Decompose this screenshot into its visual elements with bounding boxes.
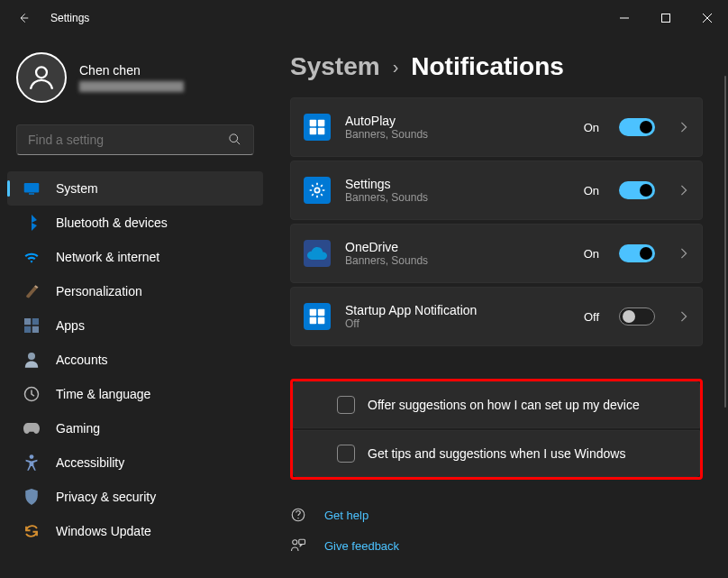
svg-point-22 (297, 518, 298, 518)
sidebar-item-gaming[interactable]: Gaming (7, 411, 263, 445)
app-title: Settings (345, 177, 569, 191)
chevron-right-icon[interactable] (680, 311, 687, 322)
svg-rect-24 (299, 539, 305, 544)
sidebar-item-bluetooth-devices[interactable]: Bluetooth & devices (7, 206, 263, 240)
svg-rect-14 (310, 128, 317, 135)
svg-point-1 (36, 67, 47, 78)
chevron-right-icon: › (393, 57, 399, 78)
app-subtitle: Banners, Sounds (345, 254, 569, 267)
sidebar-item-accessibility[interactable]: Accessibility (7, 445, 263, 480)
sidebar-item-label: Accessibility (56, 455, 124, 470)
app-icon (304, 177, 331, 204)
back-button[interactable] (16, 11, 31, 25)
nav-icon (23, 523, 40, 539)
svg-point-9 (28, 353, 35, 360)
nav-icon (23, 180, 40, 197)
svg-rect-8 (32, 326, 39, 333)
checkbox[interactable] (337, 445, 355, 463)
svg-rect-17 (310, 309, 317, 317)
sidebar-item-label: Gaming (56, 421, 100, 436)
svg-rect-0 (662, 14, 670, 23)
svg-point-16 (314, 188, 319, 192)
user-profile[interactable]: Chen chen (4, 49, 267, 119)
toggle-state-label: On (584, 184, 599, 197)
app-subtitle: Banners, Sounds (345, 191, 569, 204)
sidebar-item-apps[interactable]: Apps (7, 308, 263, 343)
svg-rect-18 (318, 309, 325, 317)
toggle-state-label: On (584, 121, 599, 134)
toggle-state-label: Off (584, 310, 599, 324)
setting-label: Offer suggestions on how I can set up my… (368, 398, 640, 412)
svg-rect-6 (32, 318, 39, 325)
toggle-switch[interactable] (619, 118, 655, 136)
nav-icon (23, 215, 40, 231)
svg-rect-4 (29, 193, 34, 195)
sidebar-item-label: Apps (56, 318, 85, 333)
app-title: AutoPlay (345, 114, 569, 128)
app-row-autoplay[interactable]: AutoPlayBanners, SoundsOn (290, 97, 703, 157)
scrollbar[interactable] (724, 76, 726, 578)
sidebar-item-windows-update[interactable]: Windows Update (7, 514, 263, 548)
maximize-button[interactable] (645, 0, 687, 36)
app-subtitle: Off (345, 317, 569, 330)
svg-point-2 (230, 134, 238, 142)
sidebar-item-system[interactable]: System (7, 171, 263, 206)
setting-row[interactable]: Get tips and suggestions when I use Wind… (293, 430, 700, 477)
app-icon (304, 303, 331, 330)
app-row-settings[interactable]: SettingsBanners, SoundsOn (290, 161, 703, 220)
minimize-button[interactable] (604, 0, 645, 36)
nav-icon (23, 454, 40, 471)
setting-row[interactable]: Offer suggestions on how I can set up my… (293, 381, 700, 428)
search-field[interactable] (28, 133, 228, 147)
svg-rect-5 (24, 318, 31, 325)
user-email-redacted (79, 81, 184, 92)
nav-icon (23, 317, 40, 334)
svg-point-23 (293, 540, 297, 545)
sidebar-item-label: Accounts (56, 353, 108, 367)
nav-icon (23, 420, 40, 436)
app-row-onedrive[interactable]: OneDriveBanners, SoundsOn (290, 224, 703, 283)
sidebar-item-accounts[interactable]: Accounts (7, 343, 263, 377)
sidebar-item-personalization[interactable]: Personalization (7, 274, 263, 308)
sidebar-item-label: Windows Update (56, 524, 151, 538)
toggle-switch[interactable] (619, 307, 655, 326)
search-icon (228, 133, 242, 147)
chevron-right-icon[interactable] (680, 122, 687, 133)
user-name: Chen chen (79, 63, 184, 78)
give-feedback-link[interactable]: Give feedback (290, 537, 703, 554)
svg-rect-13 (318, 120, 325, 127)
svg-point-11 (30, 454, 34, 459)
toggle-switch[interactable] (619, 244, 655, 262)
svg-rect-20 (318, 317, 325, 325)
nav-icon (23, 249, 40, 265)
close-button[interactable] (687, 0, 728, 36)
chevron-right-icon[interactable] (680, 248, 687, 259)
page-title: Notifications (411, 52, 564, 81)
sidebar-item-label: Bluetooth & devices (56, 216, 168, 230)
help-icon (290, 507, 306, 523)
nav-icon (23, 283, 40, 299)
sidebar-item-privacy-security[interactable]: Privacy & security (7, 480, 263, 514)
sidebar-item-time-language[interactable]: Time & language (7, 377, 263, 411)
sidebar-item-label: Privacy & security (56, 490, 156, 504)
svg-rect-19 (310, 317, 317, 325)
toggle-switch[interactable] (619, 181, 655, 199)
sidebar-item-label: System (56, 181, 98, 196)
app-row-startup-app-notification[interactable]: Startup App NotificationOffOff (290, 287, 703, 346)
avatar (16, 52, 67, 103)
get-help-link[interactable]: Get help (290, 507, 703, 523)
svg-rect-3 (24, 183, 40, 193)
window-title: Settings (50, 12, 89, 24)
search-input[interactable] (16, 124, 254, 155)
nav-icon (23, 386, 40, 402)
app-icon (304, 240, 331, 267)
app-title: OneDrive (345, 240, 569, 254)
sidebar-item-network-internet[interactable]: Network & internet (7, 240, 263, 274)
breadcrumb-parent[interactable]: System (290, 52, 380, 81)
svg-rect-15 (318, 128, 325, 135)
checkbox[interactable] (337, 396, 355, 414)
highlighted-region: Offer suggestions on how I can set up my… (290, 379, 703, 480)
sidebar-item-label: Network & internet (56, 250, 159, 264)
chevron-right-icon[interactable] (680, 185, 687, 196)
app-subtitle: Banners, Sounds (345, 128, 569, 141)
